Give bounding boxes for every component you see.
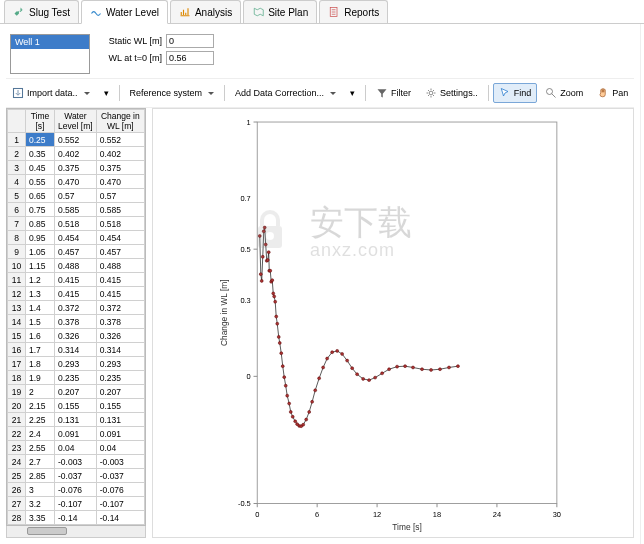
cell[interactable]: 0.415 <box>96 273 144 287</box>
table-row[interactable]: 222.40.0910.091 <box>8 427 145 441</box>
cell[interactable]: -0.003 <box>55 455 97 469</box>
table-row[interactable]: 283.35-0.14-0.14 <box>8 511 145 525</box>
table-row[interactable]: 30.450.3750.375 <box>8 161 145 175</box>
cell[interactable]: 0.57 <box>96 189 144 203</box>
import-split[interactable]: ▾ <box>98 84 115 102</box>
table-row[interactable]: 1920.2070.207 <box>8 385 145 399</box>
cell[interactable]: 0.55 <box>26 175 55 189</box>
cell[interactable]: 0.65 <box>26 189 55 203</box>
table-row[interactable]: 101.150.4880.488 <box>8 259 145 273</box>
row-header[interactable]: 7 <box>8 217 26 231</box>
cell[interactable]: 0.415 <box>96 287 144 301</box>
cell[interactable]: -0.107 <box>55 497 97 511</box>
scroll-thumb[interactable] <box>27 527 67 535</box>
pan-button[interactable]: Pan <box>591 83 634 103</box>
cell[interactable]: 0.326 <box>55 329 97 343</box>
cell[interactable]: 2.4 <box>26 427 55 441</box>
table-row[interactable]: 171.80.2930.293 <box>8 357 145 371</box>
cell[interactable]: 2 <box>26 385 55 399</box>
table-row[interactable]: 161.70.3140.314 <box>8 343 145 357</box>
wl-t0-input[interactable] <box>166 51 214 65</box>
zoom-button[interactable]: Zoom <box>539 83 589 103</box>
cell[interactable]: 0.585 <box>96 203 144 217</box>
cell[interactable]: 0.470 <box>96 175 144 189</box>
cell[interactable]: 0.552 <box>96 133 144 147</box>
tab-reports[interactable]: Reports <box>319 0 388 23</box>
cell[interactable]: 0.04 <box>55 441 97 455</box>
cell[interactable]: 3.2 <box>26 497 55 511</box>
cell[interactable]: 1.2 <box>26 273 55 287</box>
cell[interactable]: 0.293 <box>96 357 144 371</box>
table-row[interactable]: 40.550.4700.470 <box>8 175 145 189</box>
row-header[interactable]: 19 <box>8 385 26 399</box>
cell[interactable]: -0.037 <box>96 469 144 483</box>
grid-hscroll[interactable] <box>6 526 146 538</box>
add-correction-button[interactable]: Add Data Correction... <box>229 84 342 102</box>
cell[interactable]: 1.3 <box>26 287 55 301</box>
cell[interactable]: 0.372 <box>96 301 144 315</box>
cell[interactable]: 0.131 <box>96 413 144 427</box>
import-button[interactable]: Import data.. <box>6 83 96 103</box>
cell[interactable]: -0.003 <box>96 455 144 469</box>
cell[interactable]: 0.04 <box>96 441 144 455</box>
cell[interactable]: 0.85 <box>26 217 55 231</box>
row-header[interactable]: 14 <box>8 315 26 329</box>
row-header[interactable]: 28 <box>8 511 26 525</box>
table-row[interactable]: 263-0.076-0.076 <box>8 483 145 497</box>
table-row[interactable]: 212.250.1310.131 <box>8 413 145 427</box>
row-header[interactable]: 16 <box>8 343 26 357</box>
cell[interactable]: 1.6 <box>26 329 55 343</box>
table-row[interactable]: 273.2-0.107-0.107 <box>8 497 145 511</box>
find-button[interactable]: Find <box>493 83 538 103</box>
cell[interactable]: 0.314 <box>55 343 97 357</box>
tab-water-level[interactable]: Water Level <box>81 0 168 24</box>
cell[interactable]: 0.235 <box>96 371 144 385</box>
cell[interactable]: 0.45 <box>26 161 55 175</box>
cell[interactable]: -0.107 <box>96 497 144 511</box>
tab-analysis[interactable]: Analysis <box>170 0 241 23</box>
cell[interactable]: 3 <box>26 483 55 497</box>
row-header[interactable]: 13 <box>8 301 26 315</box>
cell[interactable]: 0.454 <box>96 231 144 245</box>
row-header[interactable]: 3 <box>8 161 26 175</box>
table-row[interactable]: 232.550.040.04 <box>8 441 145 455</box>
cell[interactable]: 1.05 <box>26 245 55 259</box>
cell[interactable]: -0.14 <box>55 511 97 525</box>
table-row[interactable]: 202.150.1550.155 <box>8 399 145 413</box>
col-header[interactable]: Water Level [m] <box>55 110 97 133</box>
row-header[interactable]: 8 <box>8 231 26 245</box>
cell[interactable]: 0.470 <box>55 175 97 189</box>
tab-site-plan[interactable]: Site Plan <box>243 0 317 23</box>
cell[interactable]: -0.14 <box>96 511 144 525</box>
cell[interactable]: 0.488 <box>55 259 97 273</box>
cell[interactable]: 0.488 <box>96 259 144 273</box>
cell[interactable]: 0.293 <box>55 357 97 371</box>
tab-slug-test[interactable]: Slug Test <box>4 0 79 23</box>
cell[interactable]: 0.25 <box>26 133 55 147</box>
row-header[interactable]: 6 <box>8 203 26 217</box>
cell[interactable]: 0.207 <box>96 385 144 399</box>
settings-button[interactable]: Settings.. <box>419 83 484 103</box>
table-row[interactable]: 70.850.5180.518 <box>8 217 145 231</box>
row-header[interactable]: 22 <box>8 427 26 441</box>
cell[interactable]: 0.402 <box>96 147 144 161</box>
row-header[interactable]: 12 <box>8 287 26 301</box>
row-header[interactable]: 15 <box>8 329 26 343</box>
cell[interactable]: 0.375 <box>96 161 144 175</box>
cell[interactable]: 1.15 <box>26 259 55 273</box>
row-header[interactable]: 5 <box>8 189 26 203</box>
cell[interactable]: 0.415 <box>55 273 97 287</box>
table-row[interactable]: 50.650.570.57 <box>8 189 145 203</box>
data-table[interactable]: Time [s]Water Level [m]Change in WL [m] … <box>7 109 145 526</box>
table-row[interactable]: 151.60.3260.326 <box>8 329 145 343</box>
cell[interactable]: 0.457 <box>96 245 144 259</box>
cell[interactable]: 0.518 <box>55 217 97 231</box>
cell[interactable]: 0.552 <box>55 133 97 147</box>
cell[interactable]: 0.585 <box>55 203 97 217</box>
table-row[interactable]: 10.250.5520.552 <box>8 133 145 147</box>
table-row[interactable]: 131.40.3720.372 <box>8 301 145 315</box>
col-header[interactable] <box>8 110 26 133</box>
cell[interactable]: 0.207 <box>55 385 97 399</box>
cell[interactable]: 0.35 <box>26 147 55 161</box>
cell[interactable]: 0.091 <box>96 427 144 441</box>
